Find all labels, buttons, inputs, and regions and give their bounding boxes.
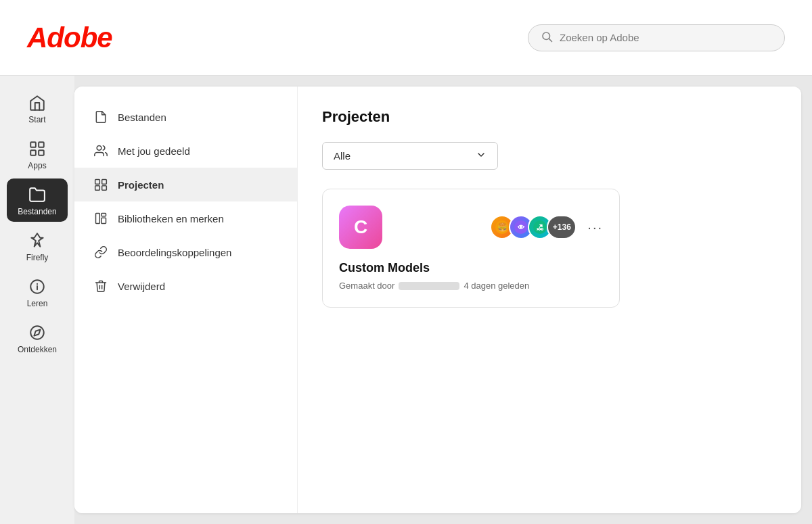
nav-item-bestanden[interactable]: Bestanden bbox=[74, 100, 297, 134]
sidebar-label-firefly: Firefly bbox=[26, 253, 49, 262]
meta-author-blur bbox=[399, 282, 459, 290]
discover-icon bbox=[28, 323, 47, 342]
shared-icon bbox=[93, 143, 108, 158]
sidebar-label-apps: Apps bbox=[28, 161, 46, 170]
panel-nav: Bestanden Met jou gedeeld bbox=[74, 87, 298, 513]
panel-content: Projecten Alle C bbox=[298, 87, 801, 513]
nav-label-bestanden: Bestanden bbox=[118, 112, 166, 123]
svg-rect-15 bbox=[96, 214, 100, 224]
svg-text:🍔: 🍔 bbox=[497, 222, 508, 232]
svg-text:👁: 👁 bbox=[518, 224, 525, 231]
nav-item-beoordelingskoppelingen[interactable]: Beoordelingskoppelingen bbox=[74, 235, 297, 269]
filter-selected: Alle bbox=[334, 150, 351, 162]
sidebar-item-firefly[interactable]: Firefly bbox=[7, 224, 68, 268]
sidebar-item-start[interactable]: Start bbox=[7, 87, 68, 130]
avatar-count: +136 bbox=[547, 215, 577, 239]
search-input[interactable] bbox=[560, 32, 772, 43]
project-name: Custom Models bbox=[339, 261, 603, 275]
more-options-button[interactable]: ··· bbox=[587, 220, 603, 235]
projects-icon bbox=[93, 177, 108, 192]
card-right: 🍔 👁 bbox=[490, 215, 603, 239]
nav-label-bibliotheken: Bibliotheken en merken bbox=[118, 213, 224, 224]
sidebar-label-bestanden: Bestanden bbox=[18, 207, 56, 216]
svg-rect-11 bbox=[95, 180, 100, 185]
svg-rect-13 bbox=[95, 186, 100, 191]
nav-label-projecten: Projecten bbox=[118, 179, 164, 191]
meta-prefix: Gemaakt door bbox=[339, 281, 394, 291]
sidebar-item-ontdekken[interactable]: Ontdekken bbox=[7, 316, 68, 360]
svg-text:🏖: 🏖 bbox=[537, 224, 543, 231]
nav-label-verwijderd: Verwijderd bbox=[118, 281, 165, 292]
svg-rect-16 bbox=[102, 214, 106, 216]
nav-item-verwijderd[interactable]: Verwijderd bbox=[74, 269, 297, 303]
sidebar-label-leren: Leren bbox=[27, 299, 48, 308]
top-bar: Adobe bbox=[0, 0, 812, 76]
svg-point-9 bbox=[30, 326, 44, 339]
search-bar[interactable] bbox=[528, 24, 785, 51]
home-icon bbox=[28, 93, 47, 112]
meta-suffix: 4 dagen geleden bbox=[464, 281, 529, 291]
svg-rect-14 bbox=[102, 186, 107, 191]
search-icon bbox=[541, 30, 553, 45]
svg-point-10 bbox=[97, 146, 102, 151]
svg-rect-3 bbox=[39, 142, 44, 147]
left-sidebar: Start Apps Bestanden bbox=[0, 76, 74, 524]
sidebar-item-bestanden[interactable]: Bestanden bbox=[7, 178, 68, 222]
svg-rect-5 bbox=[39, 150, 44, 156]
library-icon bbox=[93, 211, 108, 226]
project-meta: Gemaakt door 4 dagen geleden bbox=[339, 281, 603, 291]
svg-rect-2 bbox=[30, 142, 36, 147]
chevron-down-icon bbox=[476, 149, 487, 162]
nav-label-met-jou-gedeeld: Met jou gedeeld bbox=[118, 145, 190, 157]
nav-item-met-jou-gedeeld[interactable]: Met jou gedeeld bbox=[74, 134, 297, 168]
svg-line-1 bbox=[549, 39, 551, 41]
card-top: C 🍔 bbox=[339, 206, 603, 249]
link-icon bbox=[93, 245, 108, 260]
sidebar-item-leren[interactable]: Leren bbox=[7, 270, 68, 314]
filter-dropdown[interactable]: Alle bbox=[322, 142, 498, 170]
folder-icon bbox=[28, 185, 47, 204]
sidebar-item-apps[interactable]: Apps bbox=[7, 133, 68, 176]
inner-panel: Bestanden Met jou gedeeld bbox=[74, 87, 801, 513]
nav-item-bibliotheken[interactable]: Bibliotheken en merken bbox=[74, 201, 297, 235]
nav-item-projecten[interactable]: Projecten bbox=[74, 168, 297, 201]
nav-label-beoordelingskoppelingen: Beoordelingskoppelingen bbox=[118, 247, 231, 258]
trash-icon bbox=[93, 279, 108, 293]
file-icon bbox=[93, 110, 108, 124]
learn-icon bbox=[28, 277, 47, 296]
card-avatars: 🍔 👁 bbox=[490, 215, 577, 239]
section-title: Projecten bbox=[322, 108, 777, 126]
main-layout: Start Apps Bestanden bbox=[0, 76, 812, 524]
firefly-icon bbox=[28, 231, 47, 250]
adobe-logo: Adobe bbox=[27, 22, 112, 54]
svg-rect-17 bbox=[102, 218, 106, 223]
project-thumbnail: C bbox=[339, 206, 382, 249]
svg-rect-4 bbox=[30, 150, 36, 156]
sidebar-label-start: Start bbox=[28, 115, 45, 124]
project-card: C 🍔 bbox=[322, 189, 620, 308]
svg-rect-12 bbox=[102, 180, 107, 185]
apps-icon bbox=[28, 139, 47, 158]
sidebar-label-ontdekken: Ontdekken bbox=[18, 345, 57, 354]
